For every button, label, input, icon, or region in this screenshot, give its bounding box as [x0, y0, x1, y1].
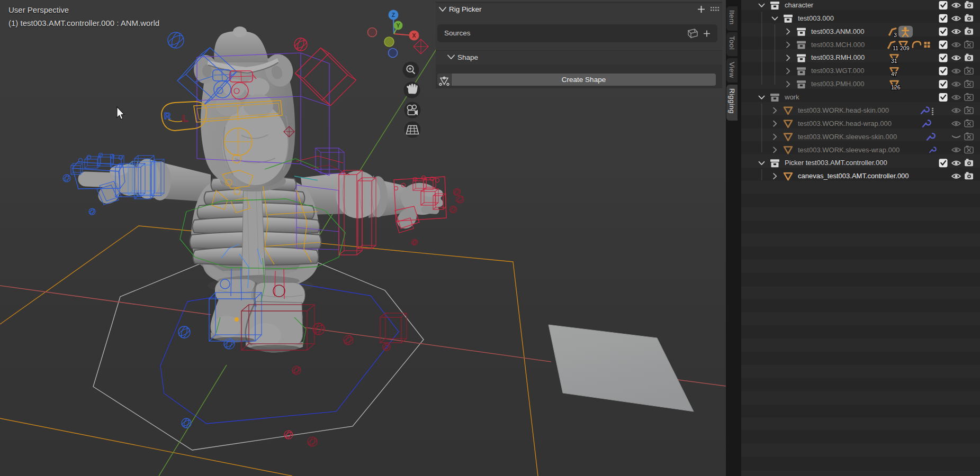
svg-text:Y: Y	[396, 22, 400, 29]
svg-text:X: X	[412, 32, 416, 39]
svg-text:209: 209	[900, 45, 910, 51]
svg-text:Z: Z	[392, 12, 395, 18]
svg-text:3: 3	[894, 32, 897, 38]
svg-text:R: R	[164, 111, 170, 121]
svg-text:31: 31	[891, 58, 897, 64]
svg-text:11: 11	[893, 45, 898, 51]
svg-text:126: 126	[891, 84, 901, 90]
svg-text:47: 47	[891, 71, 897, 77]
svg-text:L: L	[182, 114, 187, 124]
